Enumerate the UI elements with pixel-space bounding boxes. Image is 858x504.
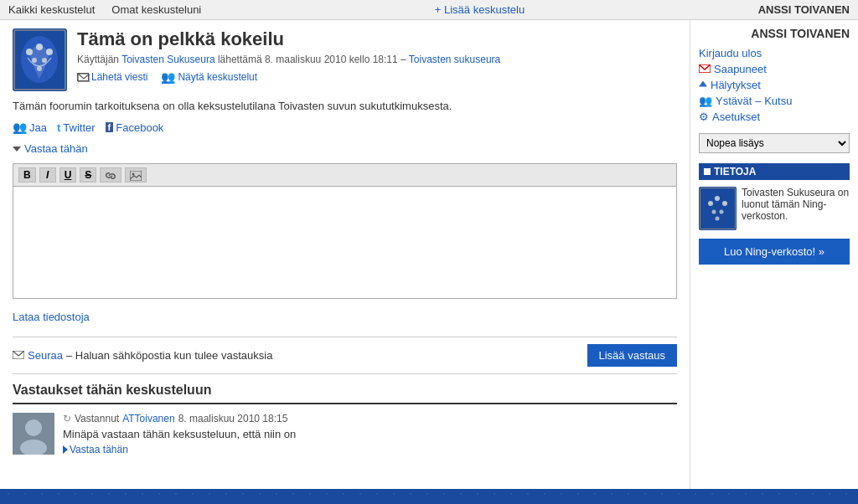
reply-author-link[interactable]: ATToivanen bbox=[122, 413, 174, 424]
svg-point-20 bbox=[722, 201, 727, 206]
inbox-icon bbox=[699, 63, 711, 75]
svg-rect-17 bbox=[699, 187, 737, 230]
info-body: Toivasten Sukuseura on luonut tämän Ning… bbox=[699, 187, 850, 230]
all-discussions-link[interactable]: Kaikki keskustelut bbox=[8, 3, 95, 16]
twitter-icon: t bbox=[57, 121, 60, 134]
strikethrough-button[interactable]: S bbox=[80, 167, 96, 183]
info-text-part2: . bbox=[785, 210, 788, 222]
alerts-icon bbox=[699, 81, 707, 90]
post-meta: Käyttäjän Toivasten Sukuseura lähettämä … bbox=[77, 54, 677, 65]
reply-item: ↻ Vastannut ATToivanen 8. maaliskuu 2010… bbox=[13, 413, 677, 455]
sidebar: ANSSI TOIVANEN Kirjaudu ulos Saapuneet bbox=[690, 20, 858, 489]
reply-respond-link[interactable]: Vastaa tähän bbox=[63, 444, 677, 455]
settings-icon: ⚙ bbox=[699, 111, 709, 123]
svg-point-24 bbox=[716, 217, 720, 221]
info-logo bbox=[699, 187, 737, 230]
svg-point-23 bbox=[720, 210, 724, 214]
author-link[interactable]: Toivasten Sukuseura bbox=[121, 54, 214, 65]
link-button[interactable] bbox=[100, 167, 121, 183]
info-section: TIETOJA bbox=[699, 163, 850, 265]
italic-button[interactable]: I bbox=[39, 167, 56, 183]
image-button[interactable] bbox=[125, 167, 147, 183]
info-text: Toivasten Sukuseura on luonut tämän Ning… bbox=[742, 187, 850, 222]
add-reply-button[interactable]: Lisää vastaus bbox=[587, 344, 678, 367]
facebook-link[interactable]: f Facebook bbox=[106, 121, 164, 134]
reply-textarea[interactable] bbox=[13, 187, 676, 296]
reply-content: ↻ Vastannut ATToivanen 8. maaliskuu 2010… bbox=[63, 413, 677, 455]
post-title: Tämä on pelkkä kokeilu bbox=[77, 28, 677, 50]
follow-bar: Seuraa – Haluan sähköpostia kun tulee va… bbox=[13, 337, 677, 374]
username-display: ANSSI TOIVANEN bbox=[758, 3, 850, 16]
share-icon: 👥 bbox=[13, 121, 27, 134]
group-link[interactable]: Toivasten sukuseura bbox=[409, 54, 500, 65]
reply-text: Minäpä vastaan tähän keksusteluun, että … bbox=[63, 428, 677, 440]
sidebar-inbox-item: Saapuneet bbox=[699, 63, 850, 75]
follow-text: Seuraa – Haluan sähköpostia kun tulee va… bbox=[13, 349, 272, 362]
info-header: TIETOJA bbox=[699, 163, 850, 180]
create-network-button[interactable]: Luo Ning-verkosto! » bbox=[699, 239, 850, 265]
bold-button[interactable]: B bbox=[18, 167, 36, 183]
svg-point-11 bbox=[132, 172, 135, 175]
invite-text: – Kutsu bbox=[755, 95, 792, 107]
svg-point-22 bbox=[712, 210, 716, 214]
inbox-link[interactable]: Saapuneet bbox=[699, 63, 850, 75]
send-message-link[interactable]: Lähetä viesti bbox=[77, 71, 147, 83]
sidebar-alerts-item: Hälytykset bbox=[699, 79, 850, 91]
info-text-part1: Toivasten Sukuseura on luonut tämän bbox=[742, 187, 849, 210]
people-icon: 👥 bbox=[161, 70, 175, 84]
my-discussions-link[interactable]: Omat keskusteluni bbox=[111, 3, 201, 16]
settings-link[interactable]: ⚙ Asetukset bbox=[699, 111, 850, 123]
share-link[interactable]: 👥 Jaa bbox=[13, 121, 47, 134]
replies-section: Vastaukset tähän keskusteluun ↻ bbox=[13, 383, 677, 455]
upload-link[interactable]: Lataa tiedostoja bbox=[13, 311, 90, 323]
svg-point-8 bbox=[37, 66, 42, 71]
add-discussion-link[interactable]: + Lisää keskustelu bbox=[435, 3, 525, 16]
logout-link[interactable]: Kirjaudu ulos bbox=[699, 47, 850, 59]
top-navigation: Kaikki keskustelut Omat keskusteluni + L… bbox=[0, 0, 858, 20]
reply-editor: B I U S bbox=[13, 163, 677, 299]
reply-action: Vastannut bbox=[75, 413, 119, 424]
share-bar: 👥 Jaa t Twitter f Facebook bbox=[13, 121, 677, 134]
svg-point-14 bbox=[25, 419, 42, 436]
sidebar-username: ANSSI TOIVANEN bbox=[699, 27, 850, 40]
avatar-image bbox=[13, 413, 54, 455]
reply-meta: ↻ Vastannut ATToivanen 8. maaliskuu 2010… bbox=[63, 413, 677, 424]
repeat-icon: ↻ bbox=[63, 413, 71, 424]
friends-icon: 👥 bbox=[699, 95, 712, 107]
svg-point-21 bbox=[715, 196, 720, 201]
svg-point-19 bbox=[708, 201, 713, 206]
svg-point-4 bbox=[46, 49, 53, 55]
post-meta-text: Käyttäjän Toivasten Sukuseura lähettämä … bbox=[77, 54, 500, 65]
friends-link[interactable]: 👥 Ystävät – Kutsu bbox=[699, 95, 850, 107]
reply-toggle[interactable]: Vastaa tähän bbox=[13, 142, 677, 155]
sidebar-logout-item: Kirjaudu ulos bbox=[699, 47, 850, 59]
main-layout: Tämä on pelkkä kokeilu Käyttäjän Toivast… bbox=[0, 20, 858, 489]
post-title-area: Tämä on pelkkä kokeilu Käyttäjän Toivast… bbox=[77, 28, 677, 84]
svg-point-7 bbox=[42, 58, 47, 63]
svg-point-5 bbox=[36, 44, 43, 50]
editor-toolbar: B I U S bbox=[13, 164, 676, 187]
view-discussions-link[interactable]: 👥 Näytä keskustelut bbox=[161, 70, 257, 84]
envelope-icon-small bbox=[13, 349, 24, 362]
coat-of-arms-icon bbox=[13, 28, 67, 91]
post-logo bbox=[13, 28, 67, 91]
twitter-link[interactable]: t Twitter bbox=[57, 121, 96, 134]
underline-button[interactable]: U bbox=[59, 167, 77, 183]
follow-link[interactable]: Seuraa bbox=[28, 349, 63, 362]
nav-links: Kaikki keskustelut Omat keskusteluni bbox=[8, 3, 201, 16]
follow-description: – Haluan sähköpostia kun tulee vastauksi… bbox=[66, 349, 272, 362]
svg-point-6 bbox=[32, 58, 37, 63]
main-content: Tämä on pelkkä kokeilu Käyttäjän Toivast… bbox=[0, 20, 690, 489]
info-coat-of-arms-icon bbox=[699, 187, 737, 230]
svg-point-3 bbox=[26, 49, 33, 55]
chevron-down-icon bbox=[13, 147, 21, 152]
alerts-link[interactable]: Hälytykset bbox=[699, 79, 850, 91]
post-header: Tämä on pelkkä kokeilu Käyttäjän Toivast… bbox=[13, 28, 677, 91]
post-actions: Lähetä viesti 👥 Näytä keskustelut bbox=[77, 70, 677, 84]
info-square-icon bbox=[704, 168, 711, 175]
quick-add-select[interactable]: Nopea lisäys bbox=[699, 133, 850, 153]
sidebar-settings-item: ⚙ Asetukset bbox=[699, 111, 850, 123]
reply-date: 8. maaliskuu 2010 18:15 bbox=[178, 413, 288, 424]
post-description: Tämän foorumin tarkoituksena on olla kek… bbox=[13, 100, 677, 112]
facebook-icon: f bbox=[106, 122, 114, 132]
